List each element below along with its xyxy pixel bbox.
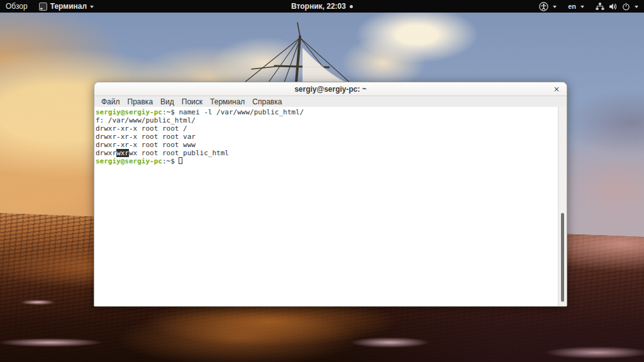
activities-label: Обзор: [6, 2, 28, 11]
network-wired-icon: [596, 3, 604, 11]
scrollbar-thumb[interactable]: [561, 213, 564, 302]
terminal-text-segment: $: [170, 108, 179, 116]
keyboard-layout-button[interactable]: en: [562, 0, 590, 13]
terminal-window: sergiy@sergiy-pc: ~ × ФайлПравкаВидПоиск…: [94, 82, 567, 307]
clock-button[interactable]: Вторник, 22:03: [286, 0, 358, 13]
app-menu-label: Терминал: [50, 2, 87, 11]
accessibility-menu-button[interactable]: [533, 0, 562, 13]
terminal-text-segment: sergiy@sergiy-pc: [96, 157, 162, 165]
terminal-text-segment: :: [162, 157, 167, 165]
terminal-line: sergiy@sergiy-pc:~$ namei -l /var/www/pu…: [96, 108, 558, 116]
chevron-down-icon: [90, 6, 94, 8]
volume-icon: [609, 3, 618, 11]
terminal-text-segment: drwxr-xr-x root root www: [96, 141, 196, 149]
close-button[interactable]: ×: [553, 82, 560, 96]
terminal-text-segment: :: [162, 108, 167, 116]
terminal-line: sergiy@sergiy-pc:~$: [96, 157, 558, 165]
terminal-line: drwxr-xr-x root root var: [96, 133, 558, 141]
menu-item[interactable]: Файл: [97, 97, 124, 106]
terminal-text-segment: namei -l /var/www/public_html/: [179, 108, 304, 116]
menu-item[interactable]: Терминал: [206, 97, 248, 106]
menu-item[interactable]: Вид: [157, 97, 178, 106]
terminal-text-segment: $: [170, 157, 179, 165]
terminal-line: drwxr-xr-x root root /: [96, 124, 558, 133]
terminal-text-segment: f: /var/www/public_html/: [96, 116, 196, 124]
menu-item[interactable]: Правка: [124, 97, 157, 106]
terminal-output[interactable]: sergiy@sergiy-pc:~$ namei -l /var/www/pu…: [94, 107, 567, 306]
power-icon: [622, 3, 630, 11]
terminal-cursor: [179, 157, 182, 164]
terminal-text-segment: drwxr-xr-x root root /: [96, 124, 187, 133]
system-menu-button[interactable]: [590, 0, 644, 13]
terminal-line: f: /var/www/public_html/: [96, 116, 558, 124]
terminal-text-segment: sergiy@sergiy-pc: [96, 108, 162, 116]
window-title: sergiy@sergiy-pc: ~: [294, 85, 367, 94]
notification-dot: [350, 5, 353, 8]
terminal-text-segment: drwxr: [96, 149, 116, 157]
window-titlebar[interactable]: sergiy@sergiy-pc: ~ ×: [94, 82, 567, 96]
chevron-down-icon: [635, 6, 638, 8]
menu-item[interactable]: Справка: [248, 97, 286, 106]
terminal-text-segment: wx root root public_html: [129, 149, 229, 157]
terminal-line: drwxrwxrwx root root public_html: [96, 149, 558, 157]
keyboard-indicator: en: [568, 3, 576, 10]
terminal-line: drwxr-xr-x root root www: [96, 141, 558, 149]
top-panel: Обзор Терминал Вторник, 22:03 en: [0, 0, 644, 13]
terminal-text-segment: drwxr-xr-x root root var: [96, 133, 196, 141]
clock-label: Вторник, 22:03: [291, 2, 346, 11]
menu-item[interactable]: Поиск: [178, 97, 206, 106]
terminal-text-segment: wxr: [116, 149, 129, 157]
accessibility-icon: [539, 2, 548, 11]
app-menu-button[interactable]: Терминал: [33, 0, 99, 13]
chevron-down-icon: [580, 6, 584, 8]
activities-button[interactable]: Обзор: [0, 0, 33, 13]
menu-bar: ФайлПравкаВидПоискТерминалСправка: [94, 96, 567, 107]
chevron-down-icon: [553, 6, 557, 8]
terminal-icon: [39, 3, 47, 11]
scrollbar[interactable]: [558, 107, 567, 306]
